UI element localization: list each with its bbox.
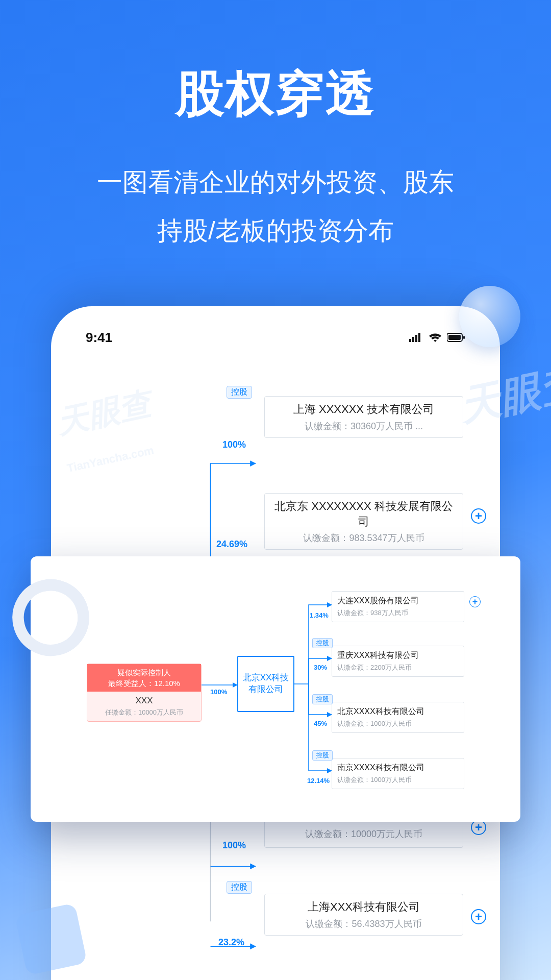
phone-notch [209,310,342,331]
company-name: 重庆XXX科技有限公司 [337,650,459,661]
share-percent: 30% [314,664,327,671]
battery-icon [447,330,465,346]
expand-icon[interactable]: + [471,820,486,835]
svg-rect-5 [448,335,461,340]
hero: 股权穿透 一图看清企业的对外投资、股东 持股/老板的投资分布 [0,0,551,255]
decorative-square [15,903,87,975]
share-percent: 100% [222,439,246,450]
svg-point-7 [11,578,90,657]
company-name: 上海 XXXXXX 技术有限公司 [271,402,457,417]
equity-detail-card: 疑似实际控制人 最终受益人：12.10% XXX 任缴金额：10000万人民币 … [31,556,520,822]
beneficiary-badge: 最终受益人：12.10% [89,678,199,689]
svg-rect-6 [463,336,465,339]
subscribed-amount: 认缴金额：2200万人民币 [337,663,459,672]
root-node[interactable]: 疑似实际控制人 最终受益人：12.10% XXX 任缴金额：10000万人民币 [87,664,202,722]
holding-tag: 控股 [312,638,333,648]
subscribed-amount: 认缴金额：10000万元人民币 [271,828,457,840]
company-node[interactable]: 认缴金额：10000万元人民币 [264,817,463,848]
share-percent: 12.14% [307,777,330,785]
subscribed-amount: 认缴金额：983.5347万人民币 [271,532,457,544]
page-title: 股权穿透 [0,61,551,128]
subscribed-amount: 认缴金额：30360万人民币 ... [271,420,457,432]
watermark [2,568,101,669]
svg-rect-0 [409,339,411,342]
holding-tag: 控股 [312,694,333,704]
company-name: 南京XXXX科技有限公司 [337,763,459,773]
holding-tag: 控股 [227,386,252,399]
company-name: 北京东 XXXXXXXX 科技发展有限公司 [271,499,457,529]
decorative-circle [459,286,520,347]
subscribed-amount: 认缴金额：1000万人民币 [337,775,459,785]
controller-badge: 疑似实际控制人 [89,667,199,678]
person-name: XXX [89,696,199,706]
holding-tag: 控股 [312,750,333,761]
company-node[interactable]: 北京XXXX科技有限公司 认缴金额：1000万人民币 [332,702,464,733]
share-percent: 45% [314,720,327,727]
company-name: 上海XXX科技有限公司 [271,899,457,915]
share-percent: 100% [210,688,227,696]
company-node[interactable]: 南京XXXX科技有限公司 认缴金额：1000万人民币 [332,758,464,789]
center-company-node[interactable]: 北京XX科技有限公司 [237,656,294,712]
company-node[interactable]: 大连XXX股份有限公司 认缴金额：938万人民币 [332,591,464,622]
share-percent: 100% [222,840,246,851]
share-percent: 1.34% [310,611,329,619]
company-name: 大连XXX股份有限公司 [337,596,459,606]
cellular-icon [409,330,423,346]
watermark: 天眼查 TianYancha.com [53,382,162,479]
share-percent: 23.2% [218,937,244,948]
company-node[interactable]: 重庆XXX科技有限公司 认缴金额：2200万人民币 [332,646,464,677]
svg-rect-1 [412,337,414,342]
company-node[interactable]: 北京东 XXXXXXXX 科技发展有限公司 认缴金额：983.5347万人民币 [264,493,463,550]
expand-icon[interactable]: + [471,909,486,924]
wifi-icon [429,330,442,346]
subscribed-amount: 认缴金额：56.4383万人民币 [271,918,457,930]
company-name: 北京XXXX科技有限公司 [337,706,459,717]
status-time: 9:41 [86,330,112,346]
subscribed-amount: 任缴金额：10000万人民币 [89,708,199,717]
page-subtitle: 一图看清企业的对外投资、股东 [0,158,551,207]
share-percent: 24.69% [216,539,247,550]
subscribed-amount: 认缴金额：938万人民币 [337,608,459,618]
subscribed-amount: 认缴金额：1000万人民币 [337,719,459,728]
expand-icon[interactable]: + [471,508,486,524]
company-node[interactable]: 上海 XXXXXX 技术有限公司 认缴金额：30360万人民币 ... [264,396,463,438]
company-node[interactable]: 上海XXX科技有限公司 认缴金额：56.4383万人民币 [264,894,463,936]
page-subtitle: 持股/老板的投资分布 [0,207,551,255]
holding-tag: 控股 [227,881,252,894]
svg-rect-2 [415,335,417,342]
expand-icon[interactable]: + [469,596,481,607]
svg-rect-3 [418,333,420,342]
